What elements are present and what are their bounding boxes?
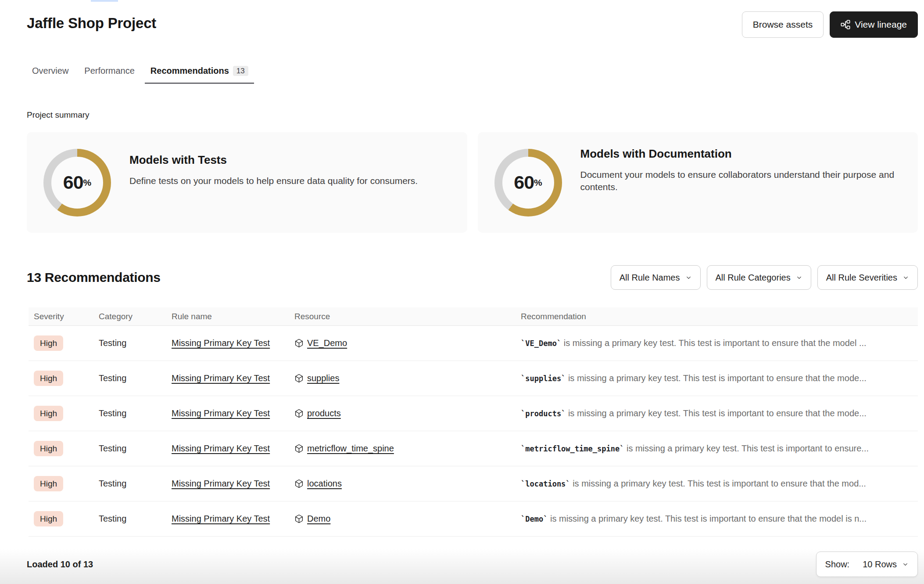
column-header-category: Category bbox=[99, 312, 172, 321]
tab-overview-label: Overview bbox=[32, 66, 68, 76]
tab-bar: Overview Performance Recommendations 13 bbox=[26, 66, 918, 84]
column-header-severity: Severity bbox=[29, 312, 99, 321]
recommendations-table: Severity Category Rule name Resource Rec… bbox=[29, 307, 918, 537]
column-header-resource: Resource bbox=[294, 312, 521, 321]
chevron-down-icon bbox=[903, 274, 909, 281]
recommendation-code: `supplies` bbox=[521, 374, 566, 383]
recommendation-text: is missing a primary key test. This test… bbox=[561, 338, 866, 348]
recommendation-code: `metricflow_time_spine` bbox=[521, 444, 624, 453]
tab-recommendations[interactable]: Recommendations 13 bbox=[145, 66, 254, 84]
recommendation-cell: `metricflow_time_spine` is missing a pri… bbox=[521, 443, 918, 454]
model-cube-icon bbox=[294, 479, 304, 488]
tab-recommendations-label: Recommendations bbox=[150, 66, 229, 76]
severity-badge: High bbox=[34, 335, 63, 351]
recommendation-text: is missing a primary key test. This test… bbox=[570, 479, 866, 488]
table-row: High Testing Missing Primary Key Test VE… bbox=[29, 326, 918, 361]
rows-per-page-value: 10 Rows bbox=[863, 559, 897, 570]
page-title: Jaffle Shop Project bbox=[27, 11, 156, 32]
donut-percent-value: 60 bbox=[514, 172, 534, 193]
table-footer: Loaded 10 of 13 Show: 10 Rows bbox=[27, 552, 918, 577]
recommendation-code: `VE_Demo` bbox=[521, 339, 561, 348]
resource-link[interactable]: products bbox=[307, 408, 341, 418]
recommendations-header: 13 Recommendations All Rule Names All Ru… bbox=[0, 265, 924, 290]
category-cell: Testing bbox=[99, 373, 172, 383]
severity-badge: High bbox=[34, 441, 63, 456]
table-row: High Testing Missing Primary Key Test De… bbox=[29, 501, 918, 537]
page-header: Jaffle Shop Project Browse assets View l… bbox=[0, 0, 924, 38]
model-cube-icon bbox=[294, 444, 304, 453]
category-cell: Testing bbox=[99, 514, 172, 524]
browse-assets-button[interactable]: Browse assets bbox=[742, 11, 824, 38]
severity-badge: High bbox=[34, 406, 63, 421]
recommendation-cell: `products` is missing a primary key test… bbox=[521, 408, 918, 418]
view-lineage-button[interactable]: View lineage bbox=[830, 11, 918, 38]
chevron-down-icon bbox=[902, 561, 909, 568]
recommendation-code: `locations` bbox=[521, 479, 570, 488]
category-cell: Testing bbox=[99, 443, 172, 454]
recommendation-code: `products` bbox=[521, 409, 566, 418]
donut-percent-sign: % bbox=[534, 177, 542, 188]
tab-performance-label: Performance bbox=[84, 66, 135, 76]
table-body: High Testing Missing Primary Key Test VE… bbox=[29, 326, 918, 537]
rule-names-filter-dropdown[interactable]: All Rule Names bbox=[611, 265, 701, 290]
filter-bar: All Rule Names All Rule Categories All R… bbox=[611, 265, 918, 290]
donut-chart: 60% bbox=[494, 149, 562, 216]
models-with-documentation-card: 60% Models with Documentation Document y… bbox=[478, 132, 918, 233]
card-description: Document your models to ensure collabora… bbox=[580, 169, 902, 194]
rule-name-link[interactable]: Missing Primary Key Test bbox=[172, 373, 270, 383]
severity-badge: High bbox=[34, 511, 63, 526]
model-cube-icon bbox=[294, 374, 304, 383]
table-row: High Testing Missing Primary Key Test pr… bbox=[29, 396, 918, 431]
recommendation-code: `Demo` bbox=[521, 515, 548, 523]
rows-per-page-dropdown[interactable]: Show: 10 Rows bbox=[816, 552, 918, 577]
model-cube-icon bbox=[294, 409, 304, 418]
rule-name-link[interactable]: Missing Primary Key Test bbox=[172, 338, 270, 348]
donut-percent-value: 60 bbox=[63, 172, 83, 193]
severity-badge: High bbox=[34, 476, 63, 491]
model-cube-icon bbox=[294, 339, 304, 348]
card-description: Define tests on your models to help ensu… bbox=[129, 175, 418, 187]
rule-name-link[interactable]: Missing Primary Key Test bbox=[172, 408, 270, 418]
rule-severities-filter-label: All Rule Severities bbox=[826, 273, 897, 283]
category-cell: Testing bbox=[99, 338, 172, 348]
tab-overview[interactable]: Overview bbox=[26, 66, 74, 84]
browse-assets-label: Browse assets bbox=[753, 19, 813, 30]
column-header-rule-name: Rule name bbox=[172, 312, 294, 321]
tab-performance[interactable]: Performance bbox=[79, 66, 140, 84]
table-header-row: Severity Category Rule name Resource Rec… bbox=[29, 307, 918, 326]
resource-link[interactable]: metricflow_time_spine bbox=[307, 443, 394, 454]
table-row: High Testing Missing Primary Key Test lo… bbox=[29, 466, 918, 501]
severity-badge: High bbox=[34, 371, 63, 386]
recommendations-heading: 13 Recommendations bbox=[27, 270, 161, 285]
table-row: High Testing Missing Primary Key Test me… bbox=[29, 431, 918, 466]
scrolled-element-remnant bbox=[91, 0, 118, 2]
card-title: Models with Documentation bbox=[580, 147, 902, 161]
resource-link[interactable]: supplies bbox=[307, 373, 339, 383]
rule-categories-filter-label: All Rule Categories bbox=[716, 273, 791, 283]
resource-link[interactable]: VE_Demo bbox=[307, 338, 347, 348]
summary-cards: 60% Models with Tests Define tests on yo… bbox=[27, 132, 918, 233]
view-lineage-label: View lineage bbox=[855, 19, 907, 30]
recommendations-count-badge: 13 bbox=[233, 66, 248, 76]
category-cell: Testing bbox=[99, 408, 172, 418]
rule-severities-filter-dropdown[interactable]: All Rule Severities bbox=[817, 265, 918, 290]
resource-link[interactable]: Demo bbox=[307, 514, 330, 524]
column-header-recommendation: Recommendation bbox=[521, 312, 918, 321]
chevron-down-icon bbox=[685, 274, 692, 281]
card-title: Models with Tests bbox=[129, 153, 418, 167]
table-row: High Testing Missing Primary Key Test su… bbox=[29, 361, 918, 396]
rule-name-link[interactable]: Missing Primary Key Test bbox=[172, 479, 270, 488]
donut-percent-sign: % bbox=[83, 177, 92, 188]
resource-link[interactable]: locations bbox=[307, 479, 342, 489]
loaded-count-label: Loaded 10 of 13 bbox=[27, 559, 93, 570]
recommendation-cell: `VE_Demo` is missing a primary key test.… bbox=[521, 338, 918, 348]
recommendation-cell: `Demo` is missing a primary key test. Th… bbox=[521, 514, 918, 524]
donut-chart: 60% bbox=[43, 149, 111, 216]
model-cube-icon bbox=[294, 514, 304, 523]
rule-name-link[interactable]: Missing Primary Key Test bbox=[172, 514, 270, 523]
rule-name-link[interactable]: Missing Primary Key Test bbox=[172, 443, 270, 453]
lineage-graph-icon bbox=[841, 20, 850, 29]
rule-categories-filter-dropdown[interactable]: All Rule Categories bbox=[707, 265, 811, 290]
recommendation-cell: `locations` is missing a primary key tes… bbox=[521, 479, 918, 489]
show-label: Show: bbox=[825, 559, 850, 570]
